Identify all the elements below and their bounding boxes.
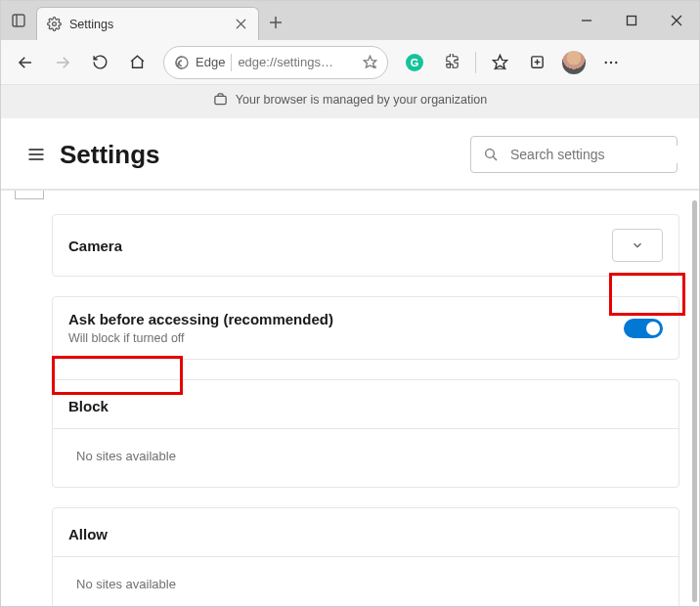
ask-subtitle: Will block if turned off <box>68 331 624 345</box>
ask-before-accessing-section: Ask before accessing (recommended) Will … <box>52 296 679 360</box>
minimize-button[interactable] <box>564 1 609 40</box>
back-button[interactable] <box>9 46 42 79</box>
camera-expand-button[interactable] <box>612 229 663 262</box>
search-icon <box>483 147 499 162</box>
browser-toolbar: Edge edge://settings… G <box>1 40 699 85</box>
browser-tab-settings[interactable]: Settings <box>36 7 259 40</box>
profile-button[interactable] <box>557 46 591 79</box>
cutoff-partial-element <box>15 190 44 199</box>
camera-section: Camera <box>52 214 679 277</box>
avatar <box>562 51 586 74</box>
svg-line-30 <box>493 156 497 160</box>
window-titlebar: Settings <box>1 1 699 40</box>
svg-point-23 <box>610 61 612 63</box>
more-menu-button[interactable] <box>594 46 628 79</box>
extensions-button[interactable] <box>435 46 468 79</box>
ask-title: Ask before accessing (recommended) <box>68 311 624 327</box>
forward-button[interactable] <box>46 46 79 79</box>
allow-empty-text: No sites available <box>53 557 678 607</box>
close-tab-button[interactable] <box>233 17 248 32</box>
tab-title: Settings <box>69 18 233 31</box>
edge-logo-icon <box>174 55 190 70</box>
address-label: Edge <box>196 55 225 69</box>
settings-header: Settings <box>1 118 699 189</box>
tab-actions-button[interactable] <box>1 1 36 40</box>
managed-banner: Your browser is managed by your organiza… <box>1 85 699 118</box>
camera-title: Camera <box>68 238 612 254</box>
block-empty-text: No sites available <box>53 429 678 487</box>
divider <box>231 54 232 71</box>
maximize-button[interactable] <box>609 1 654 40</box>
favorites-button[interactable] <box>483 46 516 79</box>
collections-button[interactable] <box>520 46 553 79</box>
block-section: Block No sites available <box>52 379 679 488</box>
block-title: Block <box>53 380 678 429</box>
settings-menu-button[interactable] <box>22 141 50 168</box>
favorite-star-icon[interactable] <box>363 55 377 69</box>
search-settings[interactable] <box>470 136 678 173</box>
svg-point-2 <box>53 22 57 26</box>
managed-banner-text: Your browser is managed by your organiza… <box>236 93 487 107</box>
scrollbar[interactable] <box>692 200 697 602</box>
briefcase-icon <box>213 92 228 107</box>
new-tab-button[interactable] <box>259 5 292 40</box>
ask-toggle[interactable] <box>624 319 663 338</box>
svg-point-29 <box>486 150 495 158</box>
extension-grammarly[interactable]: G <box>398 46 431 79</box>
allow-title: Allow <box>53 508 678 557</box>
svg-rect-25 <box>215 96 226 104</box>
gear-icon <box>47 17 62 31</box>
address-bar[interactable]: Edge edge://settings… <box>163 46 388 79</box>
page-title: Settings <box>60 140 160 170</box>
allow-section: Allow No sites available <box>52 507 679 607</box>
address-url: edge://settings… <box>238 55 357 69</box>
separator <box>475 52 476 73</box>
home-button[interactable] <box>120 46 153 79</box>
search-input[interactable] <box>508 146 683 163</box>
chevron-down-icon <box>631 238 644 252</box>
close-window-button[interactable] <box>654 1 699 40</box>
svg-point-22 <box>605 61 607 63</box>
svg-marker-17 <box>493 55 506 67</box>
svg-rect-0 <box>13 15 24 26</box>
settings-content: Camera Ask before accessing (recommended… <box>1 189 699 607</box>
refresh-button[interactable] <box>83 46 116 79</box>
svg-point-24 <box>615 61 617 63</box>
svg-rect-8 <box>628 17 636 25</box>
window-controls <box>564 1 699 40</box>
